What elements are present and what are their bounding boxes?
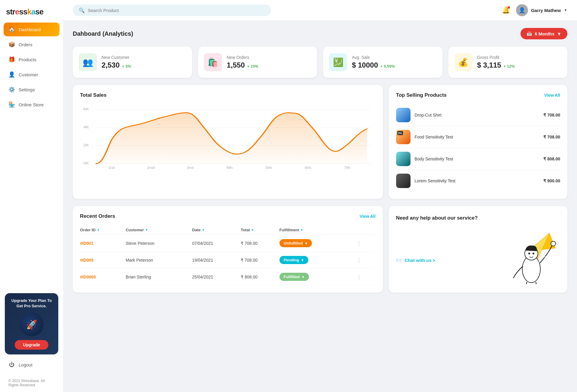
stat-value: 2,530 + 3% [102, 61, 186, 69]
stat-label: New Customer [102, 55, 186, 60]
stat-info-gross-profit: Gross Profit $ 3,115 + 12% [477, 55, 562, 69]
col-order-id[interactable]: Order ID▼ [80, 228, 100, 232]
table-row: #ID005 Mark Peterson 19/04/2021 ₹ 708.00… [80, 252, 376, 269]
settings-icon: ⚙️ [8, 86, 15, 93]
svg-point-8 [528, 253, 530, 254]
col-total[interactable]: Total▼ [241, 228, 254, 232]
top-selling-view-all[interactable]: View All [544, 93, 560, 98]
help-illustration [504, 224, 564, 285]
col-customer[interactable]: Customer▼ [126, 228, 148, 232]
months-label: 6 Months [535, 31, 554, 36]
sidebar-item-dashboard[interactable]: 🏠 Dashboard [4, 23, 60, 36]
search-input[interactable] [88, 8, 265, 13]
order-id[interactable]: #ID001 [80, 241, 93, 246]
x-label-7th: 7th [344, 166, 350, 169]
x-label-3rd: 3rd [187, 166, 194, 169]
stat-cards: 👥 New Customer 2,530 + 3% 🛍️ New Orders [73, 47, 567, 78]
product-name: Food Sensitivity Test [415, 135, 539, 139]
sort-arrow: ▼ [202, 228, 205, 232]
sort-arrow: ▼ [301, 228, 304, 232]
months-filter-button[interactable]: 📅 6 Months ▼ [521, 28, 567, 39]
x-label-5th: 5th [265, 166, 272, 169]
upgrade-text: Upgrade Your Plan To Get Pro Service. [10, 298, 53, 309]
stat-change: + 5.55% [380, 64, 395, 68]
x-label-4th: 4th [226, 166, 233, 169]
order-id[interactable]: #ID0005 [80, 275, 96, 279]
col-fulfillment[interactable]: Fulfillment▼ [279, 228, 304, 232]
sidebar-item-label: Customer [19, 72, 38, 77]
page-title: Dahboard (Analytics) [73, 30, 133, 37]
product-item: Lorem Sensitivity Test ₹ 900.00 [396, 170, 560, 192]
product-price: ₹ 708.00 [543, 135, 560, 139]
sidebar-copyright: © 2021 Stresskase. All Rights Reserved [0, 374, 63, 392]
notification-bell[interactable]: 🔔 [502, 6, 510, 14]
stat-label: Avg. Sale [352, 55, 436, 60]
new-orders-icon-wrap: 🛍️ [204, 53, 222, 71]
sidebar-item-orders[interactable]: 📦 Orders [4, 38, 60, 51]
sidebar-item-products[interactable]: 🎁 Products [4, 53, 60, 66]
sales-chart-svg: 6K 4K 2K 0K 1st 2nd 3rd 4th [80, 104, 376, 170]
new-customer-icon-wrap: 👥 [79, 53, 97, 71]
user-name: Garry Mathew [531, 8, 561, 13]
product-item: Drop-Cut Shirt ₹ 708.00 [396, 104, 560, 126]
product-thumb-food: 0% [396, 130, 411, 144]
y-label-2k: 2K [83, 143, 89, 147]
sort-arrow: ▼ [97, 228, 100, 232]
product-name: Drop-Cut Shirt [415, 113, 539, 117]
status-badge[interactable]: Unfulfilled ▼ [279, 239, 312, 247]
x-label-6th: 6th [305, 166, 311, 169]
stat-value: $ 10000 + 5.55% [352, 61, 436, 69]
logout-label: Logout [19, 362, 32, 367]
app-logo: stresskase [0, 0, 63, 23]
sidebar-item-customer[interactable]: 👤 Customer [4, 68, 60, 81]
search-bar[interactable]: 🔍 [73, 5, 271, 16]
stat-card-avg-sale: 💹 Avg. Sale $ 10000 + 5.55% [323, 47, 442, 78]
sidebar-item-settings[interactable]: ⚙️ Settings [4, 83, 60, 96]
table-row: #ID0005 Brian Sterling 25/04/2021 ₹ 808.… [80, 269, 376, 285]
orders-view-all[interactable]: View All [360, 214, 376, 219]
row-menu-button[interactable]: ⋮ [355, 240, 364, 246]
row-menu-button[interactable]: ⋮ [355, 274, 364, 280]
stat-card-new-customer: 👥 New Customer 2,530 + 3% [73, 47, 192, 78]
sidebar-item-online-store[interactable]: 🏪 Online Store [4, 98, 60, 111]
status-badge[interactable]: Fullfilled ▼ [279, 273, 309, 281]
sort-arrow: ▼ [251, 228, 254, 232]
sidebar-item-logout[interactable]: ⏻ Logout [0, 358, 63, 372]
upgrade-button[interactable]: Upgrade [15, 340, 49, 350]
help-svg [504, 224, 564, 284]
stat-card-gross-profit: 💰 Gross Profit $ 3,115 + 12% [448, 47, 568, 78]
product-price: ₹ 900.00 [543, 178, 560, 183]
stat-label: Gross Profit [477, 55, 562, 60]
charts-row: Total Sales 6K 4K 2K 0K 1st [73, 85, 567, 199]
email-icon: ✉️ [396, 258, 402, 263]
stat-info-new-orders: New Orders 1,550 + 15% [227, 55, 311, 69]
x-label-2nd: 2nd [147, 166, 155, 169]
user-info[interactable]: 👤 Garry Mathew ▼ [516, 4, 567, 16]
orders-header: Recent Orders View All [80, 213, 376, 219]
chat-label: Chat with us > [405, 258, 435, 263]
product-name: Body Sensitivity Test [415, 156, 539, 161]
status-badge[interactable]: Pending ▼ [279, 256, 308, 264]
orders-row: Recent Orders View All Order ID▼ Custome… [73, 206, 567, 293]
upgrade-panel: Upgrade Your Plan To Get Pro Service. 🚀 … [5, 293, 58, 354]
product-price: ₹ 708.00 [543, 113, 560, 117]
avg-sale-icon: 💹 [333, 57, 343, 67]
status-cell: Pending ▼ [279, 252, 355, 269]
y-label-4k: 4K [83, 125, 89, 129]
main-area: 🔍 🔔 👤 Garry Mathew ▼ Dahboard (Analytics… [63, 0, 577, 392]
date-cell: 19/04/2021 [192, 252, 241, 269]
gross-profit-icon: 💰 [458, 57, 469, 67]
product-price: ₹ 808.00 [543, 156, 560, 161]
help-title: Need any help about our service? [396, 214, 560, 222]
top-selling-title: Top Selling Products [396, 92, 447, 98]
order-id[interactable]: #ID005 [80, 258, 93, 263]
product-thumb-shirt [396, 108, 411, 122]
status-cell: Unfulfilled ▼ [279, 235, 355, 252]
sidebar: stresskase 🏠 Dashboard 📦 Orders 🎁 Produc… [0, 0, 63, 392]
col-date[interactable]: Date▼ [192, 228, 205, 232]
stat-label: New Orders [227, 55, 311, 60]
row-menu-button[interactable]: ⋮ [355, 257, 364, 263]
product-name: Lorem Sensitivity Test [415, 178, 539, 183]
sidebar-nav: 🏠 Dashboard 📦 Orders 🎁 Products 👤 Custom… [0, 23, 63, 290]
svg-point-9 [533, 253, 534, 254]
